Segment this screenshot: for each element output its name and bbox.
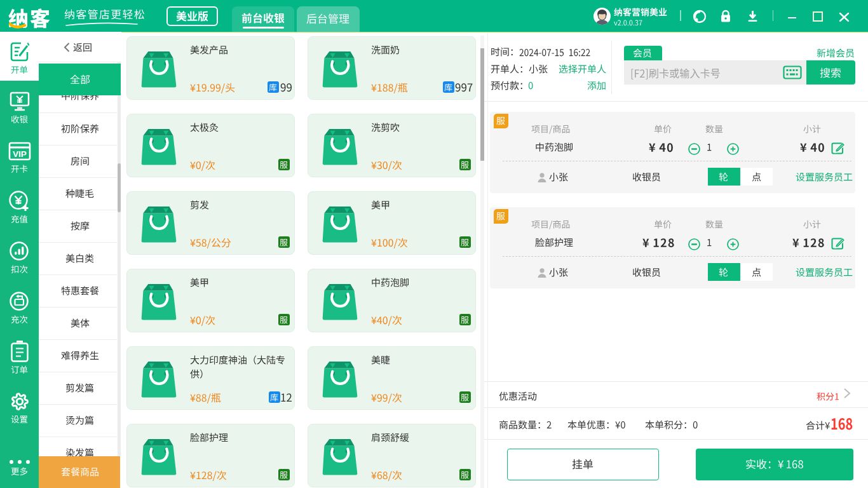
svg-text:VIP: VIP — [13, 149, 27, 159]
